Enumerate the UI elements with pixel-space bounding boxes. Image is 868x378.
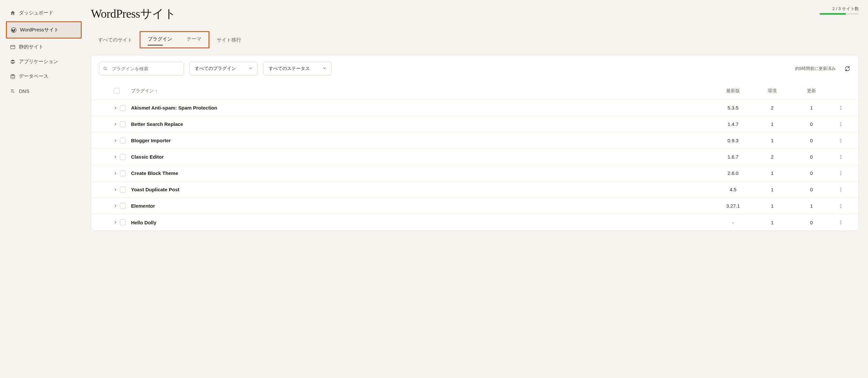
site-count-fill [819, 13, 846, 15]
svg-point-11 [841, 140, 841, 141]
plugins-card: すべてのプラグイン すべてのステータス 約5時間前に更新済み [91, 55, 859, 231]
expand-row-button[interactable] [111, 155, 120, 159]
wordpress-icon [11, 27, 17, 33]
column-header-update[interactable]: 更新 [792, 88, 831, 94]
plugin-env-count: 2 [753, 154, 792, 159]
tab-themes[interactable]: テーマ [179, 32, 209, 48]
expand-row-button[interactable] [111, 106, 120, 110]
plugin-name: Better Search Replace [129, 121, 713, 127]
sidebar-item-label: データベース [19, 73, 49, 80]
table-row: Elementor 3.27.1 1 1 [91, 198, 859, 214]
sidebar-item-dashboard[interactable]: ダッシュボード [6, 6, 82, 19]
row-actions-button[interactable] [831, 138, 851, 143]
svg-point-22 [841, 204, 841, 205]
row-actions-button[interactable] [831, 220, 851, 225]
toolbar: すべてのプラグイン すべてのステータス 約5時間前に更新済み [91, 55, 859, 82]
refresh-button[interactable] [844, 65, 851, 72]
svg-point-20 [841, 189, 841, 190]
svg-point-13 [841, 155, 841, 156]
expand-row-button[interactable] [111, 171, 120, 176]
row-checkbox[interactable] [120, 154, 126, 160]
plugin-latest-version: 4.5 [713, 187, 753, 192]
column-header-name[interactable]: プラグイン↑ [129, 88, 713, 94]
plugin-update-count: 0 [792, 138, 831, 143]
row-checkbox[interactable] [120, 138, 126, 144]
search-wrap [99, 62, 184, 76]
row-actions-button[interactable] [831, 154, 851, 159]
row-checkbox[interactable] [120, 220, 126, 225]
expand-row-button[interactable] [111, 187, 120, 192]
svg-point-12 [841, 142, 841, 142]
svg-point-18 [841, 174, 841, 175]
svg-point-19 [841, 188, 841, 188]
svg-point-21 [841, 191, 841, 191]
plugin-name: Classic Editor [129, 154, 713, 159]
row-checkbox[interactable] [120, 203, 126, 209]
chevron-down-icon [248, 66, 253, 71]
search-input[interactable] [99, 62, 184, 76]
filter-plugin-select[interactable]: すべてのプラグイン [189, 62, 258, 76]
tab-highlight-box: プラグイン テーマ [140, 31, 210, 49]
table-row: Yoast Duplicate Post 4.5 1 0 [91, 181, 859, 198]
sidebar-item-label: WordPressサイト [20, 27, 59, 33]
row-actions-button[interactable] [831, 203, 851, 209]
tab-plugins[interactable]: プラグイン [141, 32, 179, 48]
svg-point-2 [11, 74, 15, 76]
plugin-name: Create Block Theme [129, 170, 713, 176]
svg-rect-1 [10, 45, 15, 49]
sidebar-item-label: DNS [19, 88, 29, 94]
expand-row-button[interactable] [111, 122, 120, 126]
row-checkbox[interactable] [120, 105, 126, 111]
svg-point-24 [841, 207, 841, 208]
plugin-name: Yoast Duplicate Post [129, 187, 713, 192]
table-row: Better Search Replace 1.4.7 1 0 [91, 116, 859, 133]
plugin-env-count: 1 [753, 220, 792, 225]
sidebar-item-applications[interactable]: アプリケーション [6, 55, 82, 68]
plugin-env-count: 1 [753, 203, 792, 209]
svg-point-6 [841, 109, 841, 110]
svg-point-9 [841, 125, 841, 126]
tab-all-sites[interactable]: すべてのサイト [91, 33, 140, 49]
stack-icon [10, 59, 16, 65]
svg-point-27 [841, 224, 841, 224]
row-checkbox[interactable] [120, 187, 126, 193]
svg-point-7 [841, 122, 841, 123]
column-header-latest[interactable]: 最新版 [713, 88, 753, 94]
filter-status-select[interactable]: すべてのステータス [263, 62, 332, 76]
table-row: Akismet Anti-spam: Spam Protection 5.3.5… [91, 100, 859, 116]
column-header-env[interactable]: 環境 [753, 88, 792, 94]
row-actions-button[interactable] [831, 105, 851, 111]
row-checkbox[interactable] [120, 121, 126, 127]
site-count-bar [819, 13, 859, 15]
main-content: WordPressサイト 2 / 3 サイト数 すべてのサイト プラグイン テー… [85, 0, 868, 378]
sidebar-item-wordpress[interactable]: WordPressサイト [6, 21, 82, 38]
plugin-env-count: 1 [753, 187, 792, 192]
plugin-update-count: 1 [792, 105, 831, 111]
plugin-env-count: 2 [753, 105, 792, 111]
sidebar-item-dns[interactable]: DNS [6, 85, 82, 97]
select-all-checkbox[interactable] [114, 88, 120, 94]
plugin-env-count: 1 [753, 170, 792, 176]
sidebar-item-database[interactable]: データベース [6, 70, 82, 83]
plugin-update-count: 0 [792, 170, 831, 176]
database-icon [10, 74, 16, 80]
expand-row-button[interactable] [111, 220, 120, 225]
expand-row-button[interactable] [111, 204, 120, 208]
expand-row-button[interactable] [111, 138, 120, 143]
plugin-latest-version: 0.9.3 [713, 138, 753, 143]
table-row: Hello Dolly - 1 0 [91, 214, 859, 231]
plugin-latest-version: 5.3.5 [713, 105, 753, 111]
row-checkbox[interactable] [120, 170, 126, 176]
row-actions-button[interactable] [831, 122, 851, 127]
tab-migration[interactable]: サイト移行 [210, 33, 248, 49]
svg-point-15 [841, 158, 841, 158]
row-actions-button[interactable] [831, 171, 851, 176]
sidebar: ダッシュボード WordPressサイト 静的サイト アプリケーション データベ… [0, 0, 85, 378]
plugin-env-count: 1 [753, 121, 792, 127]
sort-arrow-icon: ↑ [155, 89, 157, 93]
sidebar-item-static[interactable]: 静的サイト [6, 40, 82, 53]
plugin-update-count: 0 [792, 187, 831, 192]
row-actions-button[interactable] [831, 187, 851, 192]
search-icon [103, 66, 108, 71]
plugin-update-count: 1 [792, 203, 831, 209]
